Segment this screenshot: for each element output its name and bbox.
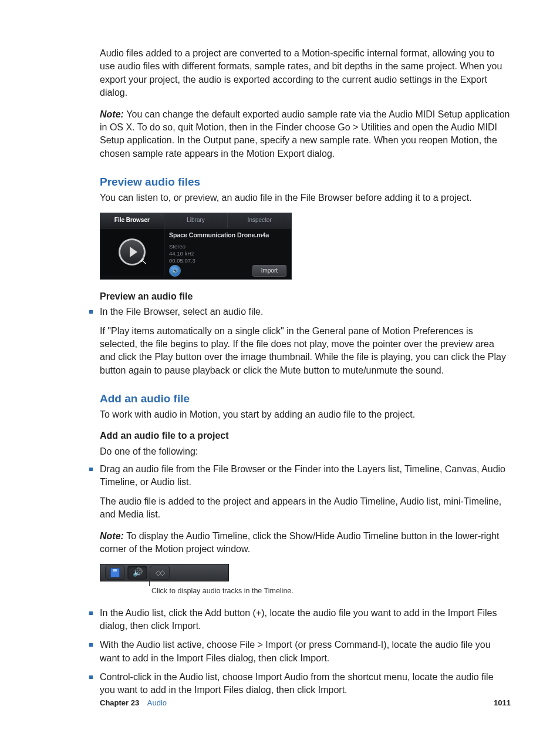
note-paragraph-1: Note: You can change the default exporte… (100, 108, 511, 161)
chapter-label: Chapter 23 (100, 698, 139, 707)
file-info: Space Communication Drone.m4a Stereo 44.… (164, 228, 291, 279)
intro-paragraph: Audio files added to a project are conve… (100, 47, 511, 100)
add-lead: Do one of the following: (100, 445, 511, 458)
callout-line (149, 574, 150, 586)
file-browser-tabs: File Browser Library Inspector (100, 213, 291, 228)
preview-intro: You can listen to, or preview, an audio … (100, 191, 511, 204)
preview-thumbnail: ↖ (100, 228, 164, 275)
file-meta-stereo: Stereo (169, 243, 286, 250)
toolbar-figure: 🔊 ◇◇ Click to display audio tracks in th… (100, 564, 511, 596)
list-item: Drag an audio file from the File Browser… (100, 463, 511, 596)
subhead-add-audio-file: Add an audio file to a project (100, 429, 511, 442)
speaker-icon: 🔊 (172, 267, 178, 275)
speaker-icon: 🔊 (133, 567, 143, 579)
page-number: 1011 (494, 698, 511, 708)
file-meta-rate: 44.10 kHz (169, 250, 286, 257)
list-item: Control-click in the Audio list, choose … (100, 671, 511, 697)
import-button[interactable]: Import (252, 265, 286, 277)
add-intro: To work with audio in Motion, you start … (100, 408, 511, 421)
heading-add-audio-file: Add an audio file (100, 391, 511, 407)
bullet-body: The audio file is added to the project a… (100, 495, 511, 522)
play-button[interactable]: ↖ (119, 238, 146, 265)
keyframe-button[interactable]: ◇◇ (150, 566, 170, 580)
list-item: With the Audio list active, choose File … (100, 638, 511, 665)
file-meta-duration: 00:05:07.3 (169, 257, 286, 264)
bullet-text: With the Audio list active, choose File … (100, 640, 491, 663)
cursor-icon: ↖ (140, 256, 147, 268)
tab-inspector[interactable]: Inspector (228, 213, 291, 228)
chapter-name: Audio (147, 698, 167, 707)
keyframe-icon: ◇◇ (156, 568, 164, 578)
audio-timeline-button[interactable]: 🔊 (127, 566, 147, 580)
mute-button[interactable]: 🔊 (169, 265, 181, 277)
file-browser-panel: File Browser Library Inspector ↖ Space C… (100, 213, 292, 280)
timeline-toolbar: 🔊 ◇◇ (100, 564, 229, 581)
bullet-body: If "Play items automatically on a single… (100, 325, 511, 378)
list-item: In the File Browser, select an audio fil… (100, 305, 511, 377)
tab-library[interactable]: Library (164, 213, 228, 228)
toolbar-caption: Click to display audio tracks in the Tim… (151, 586, 511, 596)
bullet-text: In the Audio list, click the Add button … (100, 608, 497, 631)
bullet-text: Drag an audio file from the File Browser… (100, 464, 505, 487)
list-item: In the Audio list, click the Add button … (100, 607, 511, 633)
note-label: Note: (100, 531, 126, 541)
note-label: Note: (100, 109, 126, 119)
file-name: Space Communication Drone.m4a (169, 231, 286, 240)
page-footer: Chapter 23 Audio 1011 (100, 698, 511, 708)
bullet-text: Control-click in the Audio list, choose … (100, 672, 494, 695)
subhead-preview-audio-file: Preview an audio file (100, 290, 511, 303)
heading-preview-audio-files: Preview audio files (100, 174, 511, 190)
tab-file-browser[interactable]: File Browser (100, 213, 164, 228)
bullet-note: Note: To display the Audio Timeline, cli… (100, 530, 511, 556)
note-body-1: You can change the default exported audi… (100, 109, 510, 159)
bullet-text: In the File Browser, select an audio fil… (100, 307, 263, 317)
note-body-2: To display the Audio Timeline, click the… (100, 531, 499, 554)
save-icon[interactable] (105, 566, 125, 580)
